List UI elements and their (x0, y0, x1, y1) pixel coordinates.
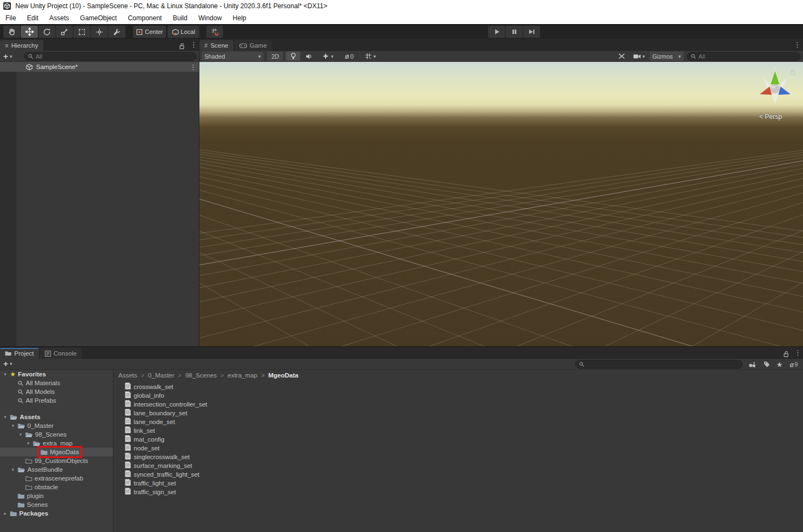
breadcrumb-item[interactable]: MgeoData (257, 372, 299, 379)
move-tool-button[interactable] (21, 26, 38, 38)
expand-arrow-icon[interactable] (10, 423, 16, 428)
scale-tool-button[interactable] (56, 26, 73, 38)
menu-item[interactable]: Help (227, 12, 252, 24)
hierarchy-lock-icon[interactable] (179, 42, 185, 52)
tab-game[interactable]: Game (234, 40, 272, 51)
expand-arrow-icon[interactable] (2, 371, 8, 377)
rect-tool-button[interactable] (73, 26, 90, 38)
scene-visibility-button[interactable]: ø 0 (340, 52, 358, 61)
tree-item[interactable]: ★ Assets (0, 413, 113, 421)
asset-file-row[interactable]: mat_config (113, 435, 803, 444)
tree-item[interactable]: ★ extrasceneprefab (0, 474, 113, 483)
menu-item[interactable]: Window (193, 12, 227, 24)
asset-file-row[interactable]: traffic_sign_set (113, 488, 803, 496)
asset-file-row[interactable]: singlecrosswalk_set (113, 453, 803, 461)
tree-item[interactable]: ★ Scenes (0, 500, 113, 509)
search-by-label-icon[interactable] (760, 360, 772, 369)
gizmo-lock-icon[interactable] (790, 67, 796, 77)
hierarchy-body[interactable] (0, 72, 199, 346)
scene-tools-button[interactable] (615, 52, 628, 61)
asset-file-row[interactable]: global_info (113, 391, 803, 400)
tree-item[interactable]: ★ plugin (0, 491, 113, 500)
asset-file-row[interactable]: intersection_controller_set (113, 400, 803, 409)
expand-arrow-icon[interactable] (10, 467, 16, 472)
tree-item[interactable]: ★ extra_map (0, 439, 113, 448)
gizmos-dropdown[interactable]: Gizmos ▾ (650, 52, 684, 61)
tree-item[interactable]: ★ Favorites (0, 370, 113, 379)
transform-tool-button[interactable] (91, 26, 108, 38)
project-visibility-button[interactable]: ø 9 (785, 360, 802, 369)
tree-item[interactable]: ★ MgeoData (0, 448, 113, 456)
tree-item[interactable]: ★ AssetBundle (0, 465, 113, 474)
asset-file-row[interactable]: lane_node_set (113, 417, 803, 426)
menu-item[interactable]: Component (122, 12, 167, 24)
hierarchy-add-button[interactable]: + ▾ (3, 52, 12, 61)
search-by-type-icon[interactable] (746, 360, 758, 369)
play-button[interactable] (488, 26, 505, 38)
menu-item[interactable]: File (0, 12, 21, 24)
asset-file-row[interactable]: surface_marking_set (113, 461, 803, 470)
hierarchy-search-field[interactable] (24, 52, 197, 61)
tree-item[interactable]: ★ obstacle (0, 483, 113, 491)
breadcrumb-item[interactable]: 0_Master (137, 372, 175, 379)
asset-file-row[interactable]: synced_traffic_light_set (113, 470, 803, 479)
scene-search-input[interactable] (698, 53, 797, 60)
asset-file-row[interactable]: node_set (113, 444, 803, 453)
hierarchy-search-input[interactable] (36, 53, 193, 60)
tree-item[interactable]: ★ All Models (0, 387, 113, 396)
scene-audio-button[interactable] (302, 52, 316, 61)
expand-arrow-icon[interactable] (2, 414, 8, 420)
pivot-local-button[interactable]: Local (168, 26, 199, 38)
scene-effects-dropdown[interactable]: ▾ (318, 52, 338, 61)
tree-item[interactable]: ★ All Materials (0, 379, 113, 387)
custom-tool-button[interactable] (108, 26, 125, 38)
grid-snapping-button[interactable] (207, 26, 223, 38)
step-button[interactable] (523, 26, 540, 38)
expand-arrow-icon[interactable] (25, 441, 31, 446)
scene-grid-dropdown[interactable]: ▾ (359, 52, 381, 61)
tab-hierarchy[interactable]: ≡ Hierarchy (0, 40, 43, 51)
project-lock-icon[interactable] (783, 350, 789, 359)
asset-file-row[interactable]: crosswalk_set (113, 382, 803, 391)
project-search-field[interactable] (575, 360, 743, 369)
hierarchy-menu-icon[interactable]: ⋮ (190, 41, 197, 49)
tab-scene[interactable]: # Scene (199, 40, 233, 51)
tree-item[interactable]: ★ 98_Scenes (0, 430, 113, 439)
menu-item[interactable]: GameObject (74, 12, 122, 24)
tab-project[interactable]: Project (0, 348, 39, 359)
menu-item[interactable]: Build (167, 12, 193, 24)
expand-arrow-icon[interactable] (18, 432, 24, 437)
tree-item[interactable]: ★ All Prefabs (0, 396, 113, 405)
tree-item[interactable]: ★ 0_Master (0, 421, 113, 430)
tab-console[interactable]: Console (40, 348, 82, 359)
project-menu-icon[interactable]: ⋮ (794, 348, 801, 357)
menu-item[interactable]: Edit (21, 12, 44, 24)
expand-arrow-icon[interactable] (2, 511, 8, 516)
scene-viewport[interactable]: x y z Persp (199, 62, 803, 346)
scene-camera-dropdown[interactable]: ▾ (630, 52, 648, 61)
tree-item[interactable]: ★ Packages (0, 509, 113, 518)
favorites-star-icon[interactable]: ★ (773, 360, 785, 369)
breadcrumb-item[interactable]: extra_map (217, 372, 257, 379)
hierarchy-scene-row[interactable]: SampleScene* ⋮ (0, 62, 199, 72)
pause-button[interactable] (506, 26, 523, 38)
2d-toggle-button[interactable]: 2D (267, 52, 283, 61)
project-add-button[interactable]: + ▾ (3, 359, 12, 368)
menu-item[interactable]: Assets (44, 12, 74, 24)
scene-row-menu-icon[interactable]: ⋮ (190, 63, 197, 71)
asset-file-row[interactable]: traffic_light_set (113, 479, 803, 488)
hand-tool-button[interactable] (3, 26, 20, 38)
tree-item[interactable]: ★ 99_CustomObjects (0, 456, 113, 465)
breadcrumb-item[interactable]: Assets (118, 372, 137, 379)
pivot-center-button[interactable]: Center (133, 26, 166, 38)
scene-lighting-button[interactable] (286, 52, 300, 61)
asset-file-row[interactable]: lane_boundary_set (113, 409, 803, 417)
scene-search-field[interactable] (687, 52, 801, 61)
scene-panel-menu-icon[interactable]: ⋮ (794, 41, 801, 49)
perspective-toggle[interactable]: Persp (759, 113, 782, 121)
rotate-tool-button[interactable] (38, 26, 55, 38)
asset-file-row[interactable]: link_set (113, 426, 803, 435)
tree-item[interactable]: ★ (0, 405, 113, 413)
shading-mode-dropdown[interactable]: Shaded ▾ (202, 52, 263, 61)
breadcrumb-item[interactable]: 98_Scenes (174, 372, 216, 379)
